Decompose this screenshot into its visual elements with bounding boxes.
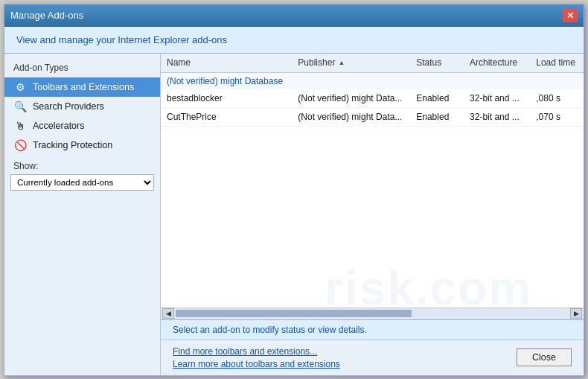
sidebar-item-accelerators-label: Accelerators	[33, 121, 84, 131]
sidebar-item-toolbars[interactable]: ⚙ Toolbars and Extensions	[4, 77, 160, 97]
row2-name: CutThePrice	[161, 110, 292, 124]
right-panel: Name Publisher ▲ Status Architecture Loa…	[161, 54, 584, 319]
row1-status: Enabled	[410, 92, 464, 105]
row2-status: Enabled	[410, 110, 464, 124]
col-header-architecture: Architecture	[464, 56, 530, 69]
row2-publisher: (Not verified) might Data...	[292, 110, 410, 124]
addon-types-label: Add-on Types	[4, 60, 160, 77]
footer-bar: Find more toolbars and extensions... Lea…	[161, 340, 584, 375]
close-icon[interactable]: ✕	[563, 9, 578, 22]
show-select[interactable]: Currently loaded add-ons	[10, 174, 154, 191]
bottom-status-text: Select an add-on to modify status or vie…	[173, 325, 367, 335]
bottom-status-bar: Select an add-on to modify status or vie…	[161, 319, 584, 340]
sidebar-item-toolbars-label: Toolbars and Extensions	[33, 82, 134, 92]
learn-more-link[interactable]: Learn more about toolbars and extensions	[173, 359, 340, 369]
table-row[interactable]: CutThePrice (Not verified) might Data...…	[161, 108, 584, 127]
left-panel: Add-on Types ⚙ Toolbars and Extensions 🔍…	[4, 54, 161, 375]
scroll-thumb[interactable]	[176, 310, 412, 317]
toolbars-icon: ⚙	[13, 81, 27, 93]
horizontal-scrollbar[interactable]: ◀ ▶	[161, 308, 584, 319]
sidebar-item-tracking-label: Tracking Protection	[33, 140, 112, 150]
title-bar: Manage Add-ons ✕	[4, 4, 584, 27]
header-text: View and manage your Internet Explorer a…	[16, 34, 227, 45]
dialog-title: Manage Add-ons	[10, 10, 83, 21]
row1-loadtime: ,080 s	[530, 92, 584, 105]
content-area: Add-on Types ⚙ Toolbars and Extensions 🔍…	[4, 54, 584, 375]
scroll-right-icon[interactable]: ▶	[570, 308, 582, 319]
row2-architecture: 32-bit and ...	[464, 110, 530, 124]
sidebar-item-accelerators[interactable]: 🖱 Accelerators	[4, 116, 160, 136]
row1-name: bestadblocker	[161, 92, 292, 105]
sidebar-item-search[interactable]: 🔍 Search Providers	[4, 97, 160, 116]
group-header: (Not verified) might Database	[161, 73, 584, 89]
sidebar-item-search-label: Search Providers	[33, 101, 104, 112]
tracking-icon: 🚫	[13, 139, 27, 151]
row1-publisher: (Not verified) might Data...	[292, 92, 410, 105]
table-body: (Not verified) might Database bestadbloc…	[161, 73, 584, 308]
col-header-loadtime: Load time	[530, 56, 584, 69]
scroll-track[interactable]	[176, 310, 569, 317]
show-label: Show:	[4, 155, 160, 174]
sidebar-item-tracking[interactable]: 🚫 Tracking Protection	[4, 136, 160, 155]
footer-links: Find more toolbars and extensions... Lea…	[173, 346, 340, 369]
close-button[interactable]: Close	[517, 348, 572, 366]
right-wrapper: risk.com Name Publisher ▲ Status Arch	[161, 54, 584, 375]
col-header-name: Name	[161, 56, 292, 69]
sort-arrow-icon: ▲	[338, 59, 345, 66]
table-header: Name Publisher ▲ Status Architecture Loa…	[161, 54, 584, 73]
table-row[interactable]: bestadblocker (Not verified) might Data.…	[161, 89, 584, 108]
manage-addons-dialog: Manage Add-ons ✕ View and manage your In…	[4, 4, 584, 376]
find-more-link[interactable]: Find more toolbars and extensions...	[173, 346, 340, 357]
search-providers-icon: 🔍	[13, 101, 27, 112]
scroll-left-icon[interactable]: ◀	[162, 308, 174, 319]
accelerators-icon: 🖱	[13, 120, 27, 132]
col-header-status: Status	[410, 56, 464, 69]
header-bar: View and manage your Internet Explorer a…	[4, 27, 584, 54]
row2-loadtime: ,070 s	[530, 110, 584, 124]
col-header-publisher[interactable]: Publisher ▲	[292, 56, 410, 69]
row1-architecture: 32-bit and ...	[464, 92, 530, 105]
